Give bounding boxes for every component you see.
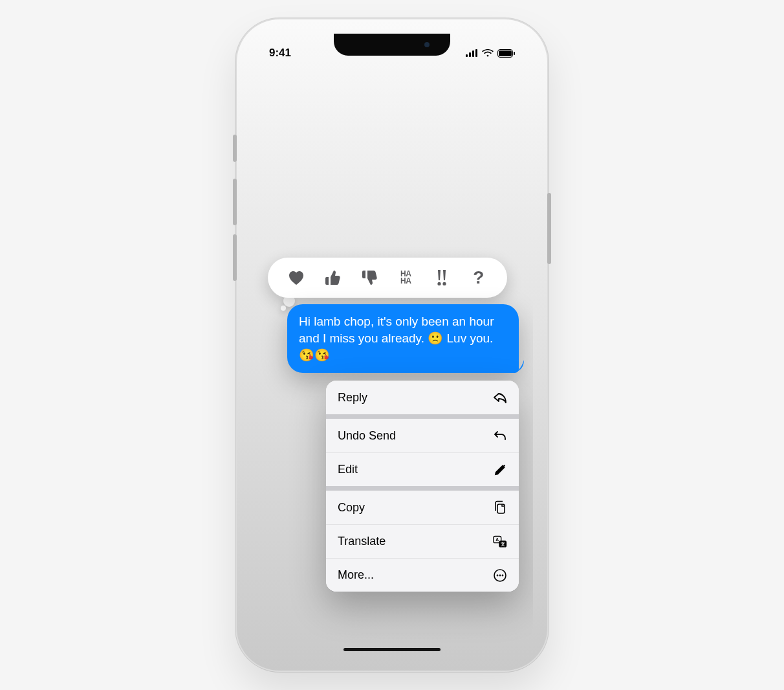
power-button[interactable]	[547, 193, 551, 264]
menu-label: Undo Send	[338, 429, 396, 443]
message-text: Hi lamb chop, it's only been an hour and…	[299, 315, 494, 362]
menu-item-edit[interactable]: Edit	[326, 452, 519, 486]
svg-point-15	[502, 574, 504, 576]
context-menu: Reply Undo Send	[326, 381, 519, 592]
mute-switch[interactable]	[233, 135, 237, 162]
tapback-emphasis-icon[interactable]	[431, 267, 452, 288]
svg-rect-7	[497, 504, 505, 513]
pencil-icon	[493, 463, 507, 477]
status-time: 9:41	[269, 47, 291, 60]
menu-label: Edit	[338, 463, 358, 476]
more-ellipsis-icon	[493, 568, 507, 583]
wifi-icon	[482, 49, 494, 57]
svg-rect-1	[469, 52, 471, 57]
svg-rect-6	[514, 52, 515, 55]
menu-label: Copy	[338, 501, 365, 515]
battery-icon	[497, 49, 515, 58]
menu-item-translate[interactable]: Translate A 文	[326, 524, 519, 558]
svg-rect-0	[466, 54, 468, 57]
menu-item-more[interactable]: More...	[326, 558, 519, 592]
menu-item-copy[interactable]: Copy	[326, 491, 519, 524]
menu-label: More...	[338, 568, 374, 582]
svg-point-13	[497, 574, 499, 576]
tapback-tail-small	[281, 306, 286, 311]
svg-text:文: 文	[500, 540, 505, 546]
tapback-thumbs-up-icon[interactable]	[322, 267, 343, 288]
volume-up-button[interactable]	[233, 179, 237, 225]
svg-rect-5	[499, 50, 512, 56]
svg-text:A: A	[495, 537, 499, 542]
screen: 9:41	[251, 34, 533, 656]
selected-message-bubble[interactable]: Hi lamb chop, it's only been an hour and…	[287, 304, 519, 373]
volume-down-button[interactable]	[233, 234, 237, 281]
cellular-icon	[466, 49, 478, 57]
svg-point-14	[499, 574, 501, 576]
tapback-haha-icon[interactable]: HAHA	[395, 267, 416, 288]
tapback-heart-icon[interactable]	[286, 267, 307, 288]
menu-label: Translate	[338, 535, 386, 548]
undo-icon	[493, 428, 507, 443]
home-indicator[interactable]	[343, 648, 441, 651]
svg-rect-3	[475, 49, 477, 57]
translate-icon: A 文	[493, 535, 507, 549]
iphone-frame: 9:41	[235, 18, 549, 672]
tapback-thumbs-down-icon[interactable]	[359, 267, 380, 288]
reply-arrow-icon	[493, 390, 507, 405]
copy-doc-icon	[493, 500, 507, 515]
svg-rect-2	[472, 50, 474, 57]
notch	[334, 34, 450, 56]
menu-label: Reply	[338, 391, 367, 405]
menu-item-undo-send[interactable]: Undo Send	[326, 419, 519, 452]
menu-item-reply[interactable]: Reply	[326, 381, 519, 414]
tapback-bar: HAHA ?	[268, 258, 507, 298]
bubble-tail	[511, 360, 524, 373]
tapback-question-icon[interactable]: ?	[468, 267, 489, 288]
